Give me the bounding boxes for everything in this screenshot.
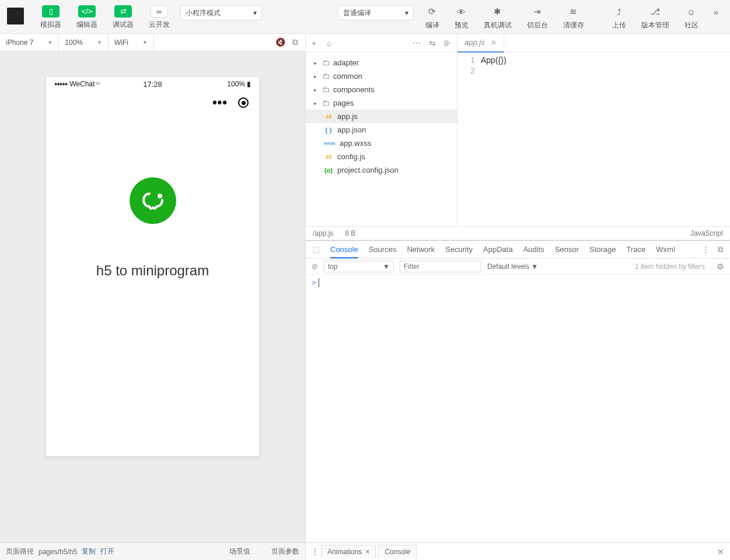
devtools-tab-network[interactable]: Network [407, 245, 435, 254]
folder-components[interactable]: ▸🗀components [306, 83, 457, 96]
devtools-tab-wxml[interactable]: Wxml [656, 245, 675, 254]
levels-select[interactable]: Default levels ▼ [487, 262, 538, 271]
compile-mode-dropdown[interactable]: 普通编译▾ [338, 5, 414, 20]
devtools-tab-sources[interactable]: Sources [369, 245, 397, 254]
mode-dropdown[interactable]: 小程序模式▾ [180, 5, 262, 20]
cloud-button[interactable]: ∞ 云开发 [143, 2, 176, 31]
chevron-down-icon: ▼ [47, 40, 53, 46]
devtools-tab-console[interactable]: Console [330, 245, 358, 258]
simulator-button[interactable]: ▯ 模拟器 [34, 2, 67, 31]
cloud-icon: ∞ [151, 5, 168, 18]
devtools-tab-appdata[interactable]: AppData [483, 245, 513, 254]
bug-icon: ✱ [494, 5, 501, 18]
upload-icon: ⤴ [617, 5, 621, 18]
version-button[interactable]: ⎇版本管理 [634, 2, 676, 32]
background-button[interactable]: ⇥切后台 [520, 2, 555, 32]
inspect-icon[interactable]: ⬚ [313, 245, 320, 254]
mute-icon[interactable]: 🔇 [275, 37, 285, 47]
collapse-icon[interactable]: ⇆ [429, 38, 436, 48]
more-icon[interactable]: ⋯ [413, 38, 421, 48]
signal-icon: ●●●●● [54, 81, 67, 87]
folder-icon: 🗀 [322, 72, 330, 80]
compile-button[interactable]: ⟳编译 [418, 2, 446, 32]
devtools-tab-storage[interactable]: Storage [589, 245, 616, 254]
file-app.json[interactable]: { }app.json [306, 123, 457, 136]
refresh-icon: ⟳ [428, 5, 436, 18]
app-title: h5 to miniprogram [96, 262, 209, 279]
open-link[interactable]: 打开 [100, 547, 114, 556]
branch-icon: ⎇ [650, 5, 660, 18]
settings-icon[interactable]: ⊪ [444, 38, 451, 48]
close-icon[interactable]: × [365, 548, 369, 556]
chevron-down-icon: ▼ [97, 40, 102, 46]
more-button[interactable]: » [707, 2, 725, 19]
remote-debug-button[interactable]: ✱真机调试 [477, 2, 519, 32]
chevron-down-icon: ▾ [253, 9, 257, 17]
js-icon: JS [323, 114, 334, 120]
file-app.wxss[interactable]: wxssapp.wxss [306, 136, 457, 150]
devtools-tab-security[interactable]: Security [445, 245, 473, 254]
scene-value[interactable]: 场景值 [229, 547, 250, 556]
editor-status-bar: /app.js 8 B JavaScript [306, 226, 730, 240]
phone-status-bar: ●●●●● WeChat ⌔ 17:28 100%▮ [46, 77, 259, 91]
filter-input[interactable] [400, 261, 481, 272]
phone-time: 17:28 [143, 80, 162, 89]
folder-pages[interactable]: ▸🗀pages [306, 96, 457, 110]
file-config.js[interactable]: JSconfig.js [306, 150, 457, 163]
code-content: App({}) [481, 55, 507, 226]
debugger-button[interactable]: ⇄ 调试器 [107, 2, 139, 31]
close-icon[interactable]: ✕ [717, 547, 724, 556]
drawer-bar: ⋮ Animations× Console ✕ [306, 542, 730, 560]
close-icon[interactable]: ✕ [491, 38, 497, 47]
editor-button[interactable]: </> 编辑器 [71, 2, 103, 31]
devtools-tab-trace[interactable]: Trace [627, 245, 646, 254]
chevron-right-icon: ▸ [314, 100, 319, 106]
line-gutter: 12 [457, 55, 481, 226]
preview-button[interactable]: 👁预览 [448, 2, 476, 32]
svg-point-0 [158, 194, 162, 198]
phone-icon: ▯ [42, 5, 60, 18]
kebab-icon[interactable]: ⋮ [702, 245, 710, 254]
popout-icon[interactable]: ⧉ [292, 37, 298, 47]
folder-common[interactable]: ▸🗀common [306, 69, 457, 83]
community-button[interactable]: ☺社区 [677, 2, 705, 32]
devtools-panel: ⬚ ConsoleSourcesNetworkSecurityAppDataAu… [306, 240, 730, 560]
devtools-tab-sensor[interactable]: Sensor [555, 245, 579, 254]
wxss-icon: wxss [323, 141, 336, 146]
add-icon[interactable]: + [312, 38, 316, 48]
console-output[interactable]: > [306, 275, 730, 542]
drawer-tab-animations[interactable]: Animations× [321, 545, 376, 558]
devtools-tab-audits[interactable]: Audits [523, 245, 544, 254]
clear-cache-button[interactable]: ≋清缓存 [556, 2, 591, 32]
gear-icon[interactable]: ⚙ [717, 262, 724, 271]
dock-icon[interactable]: ⧉ [718, 245, 723, 254]
avatar[interactable] [7, 8, 24, 24]
chat-icon: ☺ [687, 5, 696, 18]
drawer-tab-console[interactable]: Console [378, 545, 417, 558]
copy-link[interactable]: 复制 [82, 547, 96, 556]
page-params[interactable]: 页面参数 [271, 547, 299, 556]
editor-tab-appjs[interactable]: app.js ✕ [457, 34, 504, 52]
code-editor[interactable]: 12 App({}) [457, 52, 730, 226]
file-project.config.json[interactable]: (o)project.config.json [306, 163, 457, 177]
file-app.js[interactable]: JSapp.js [306, 110, 457, 123]
chevron-right-icon: ▸ [314, 74, 319, 79]
search-icon[interactable]: ⌕ [327, 38, 331, 48]
debug-icon: ⇄ [114, 5, 132, 18]
clear-icon[interactable]: ⊘ [312, 262, 318, 271]
folder-adapter[interactable]: ▸🗀adapter [306, 56, 457, 69]
upload-button[interactable]: ⤴上传 [605, 2, 633, 32]
kebab-icon[interactable]: ⋮ [312, 548, 319, 556]
context-select[interactable]: top▼ [324, 261, 394, 272]
phone-nav-bar: ••• [46, 91, 259, 114]
chevron-down-icon: ▾ [405, 9, 408, 17]
console-toolbar: ⊘ top▼ Default levels ▼ 1 item hidden by… [306, 258, 730, 275]
menu-dots-icon[interactable]: ••• [212, 95, 228, 110]
close-target-icon[interactable] [238, 97, 249, 108]
wifi-icon: ⌔ [96, 80, 100, 88]
chevron-right-icon: ▸ [314, 60, 319, 66]
device-select[interactable]: iPhone 7▼ [0, 34, 59, 51]
zoom-select[interactable]: 100%▼ [59, 34, 109, 51]
network-select[interactable]: WiFi▼ [109, 34, 154, 51]
page-path: pages/h5/h5 [39, 548, 77, 556]
